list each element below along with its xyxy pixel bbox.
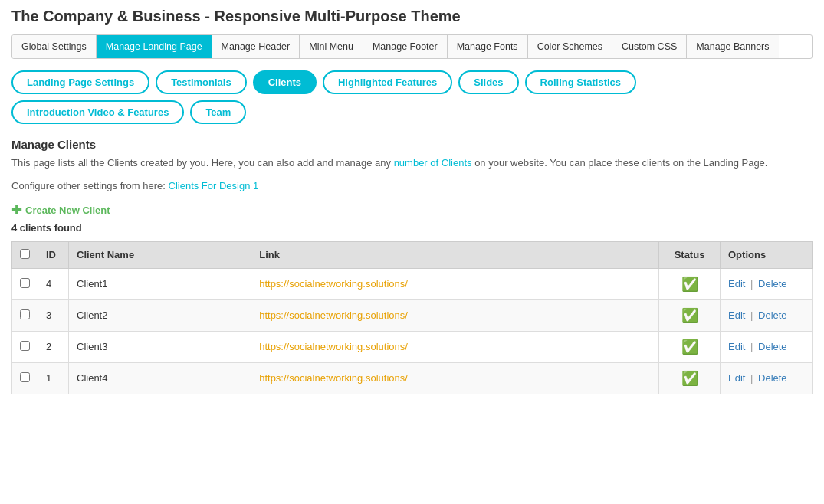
nav-tab-color-schemes[interactable]: Color Schemes [528, 35, 612, 58]
row-client-name: Client3 [69, 331, 251, 362]
header-id: ID [38, 241, 69, 268]
select-all-checkbox[interactable] [20, 249, 30, 259]
header-checkbox-col [12, 241, 38, 268]
row-checkbox[interactable] [20, 372, 30, 382]
row-checkbox-cell [12, 268, 38, 299]
row-checkbox[interactable] [20, 341, 30, 351]
section-title: Manage Clients [11, 138, 813, 151]
table-row: 1 Client4 https://socialnetworking.solut… [12, 362, 813, 394]
pipe: | [747, 341, 756, 352]
row-options: Edit | Delete [721, 331, 813, 362]
row-client-name: Client4 [69, 362, 251, 394]
row-options: Edit | Delete [721, 362, 813, 394]
status-icon: ✅ [681, 277, 698, 292]
header-client-name: Client Name [69, 241, 251, 268]
sub-tab-slides[interactable]: Slides [458, 70, 518, 94]
nav-tab-manage-fonts[interactable]: Manage Fonts [448, 35, 528, 58]
row-link: https://socialnetworking.solutions/ [251, 268, 659, 299]
configure-line: Configure other settings from here: Clie… [11, 180, 813, 191]
pipe: | [747, 278, 756, 290]
page-title: The Company & Business - Responsive Mult… [11, 8, 813, 25]
status-icon: ✅ [681, 308, 698, 323]
nav-tab-manage-header[interactable]: Manage Header [212, 35, 300, 58]
delete-link[interactable]: Delete [758, 372, 787, 384]
row-checkbox-cell [12, 362, 38, 394]
clients-table: ID Client Name Link Status Options 4 Cli… [11, 241, 813, 394]
table-header-row: ID Client Name Link Status Options [12, 241, 813, 268]
table-row: 4 Client1 https://socialnetworking.solut… [12, 268, 813, 299]
nav-tabs: Global SettingsManage Landing PageManage… [11, 34, 813, 59]
header-status: Status [659, 241, 721, 268]
row-status: ✅ [659, 362, 721, 394]
clients-count: 4 clients found [11, 222, 813, 234]
sub-tab-team[interactable]: Team [190, 100, 246, 124]
row-link: https://socialnetworking.solutions/ [251, 299, 659, 331]
header-options: Options [721, 241, 813, 268]
row-link: https://socialnetworking.solutions/ [251, 362, 659, 394]
delete-link[interactable]: Delete [758, 309, 787, 321]
row-status: ✅ [659, 268, 721, 299]
pipe: | [747, 372, 756, 384]
create-new-client[interactable]: ✚ Create New Client [11, 203, 813, 218]
row-id: 4 [38, 268, 69, 299]
row-status: ✅ [659, 299, 721, 331]
configure-link[interactable]: Clients For Design 1 [169, 180, 259, 191]
sub-tab-testimonials[interactable]: Testimonials [156, 70, 247, 94]
sub-tab-landing-page-settings[interactable]: Landing Page Settings [11, 70, 149, 94]
nav-tab-manage-footer[interactable]: Manage Footer [363, 35, 448, 58]
row-options: Edit | Delete [721, 299, 813, 331]
header-link: Link [251, 241, 659, 268]
row-id: 1 [38, 362, 69, 394]
row-link: https://socialnetworking.solutions/ [251, 331, 659, 362]
edit-link[interactable]: Edit [728, 372, 745, 384]
table-row: 2 Client3 https://socialnetworking.solut… [12, 331, 813, 362]
plus-icon: ✚ [11, 203, 21, 218]
row-client-name: Client1 [69, 268, 251, 299]
status-icon: ✅ [681, 371, 698, 386]
row-client-name: Client2 [69, 299, 251, 331]
sub-tab-highlighted-features[interactable]: Highlighted Features [323, 70, 452, 94]
row-checkbox-cell [12, 299, 38, 331]
create-new-label: Create New Client [25, 205, 110, 216]
edit-link[interactable]: Edit [728, 309, 745, 321]
sub-tab-clients[interactable]: Clients [253, 70, 317, 94]
edit-link[interactable]: Edit [728, 341, 745, 352]
sub-tab-introduction-video-&-features[interactable]: Introduction Video & Features [11, 100, 184, 124]
sub-tab-rolling-statistics[interactable]: Rolling Statistics [525, 70, 636, 94]
nav-tab-manage-landing-page[interactable]: Manage Landing Page [97, 35, 212, 58]
row-id: 3 [38, 299, 69, 331]
nav-tab-manage-banners[interactable]: Manage Banners [687, 35, 778, 58]
status-icon: ✅ [681, 339, 698, 355]
row-checkbox[interactable] [20, 278, 30, 288]
pipe: | [747, 309, 756, 321]
row-checkbox-cell [12, 331, 38, 362]
table-row: 3 Client2 https://socialnetworking.solut… [12, 299, 813, 331]
nav-tab-mini-menu[interactable]: Mini Menu [300, 35, 363, 58]
delete-link[interactable]: Delete [758, 278, 787, 290]
nav-tab-custom-css[interactable]: Custom CSS [612, 35, 687, 58]
nav-tab-global-settings[interactable]: Global Settings [12, 35, 97, 58]
row-options: Edit | Delete [721, 268, 813, 299]
edit-link[interactable]: Edit [728, 278, 745, 290]
row-id: 2 [38, 331, 69, 362]
section-description: This page lists all the Clients created … [11, 155, 813, 171]
sub-tabs: Landing Page SettingsTestimonialsClients… [11, 70, 813, 124]
delete-link[interactable]: Delete [758, 341, 787, 352]
row-status: ✅ [659, 331, 721, 362]
row-checkbox[interactable] [20, 309, 30, 319]
